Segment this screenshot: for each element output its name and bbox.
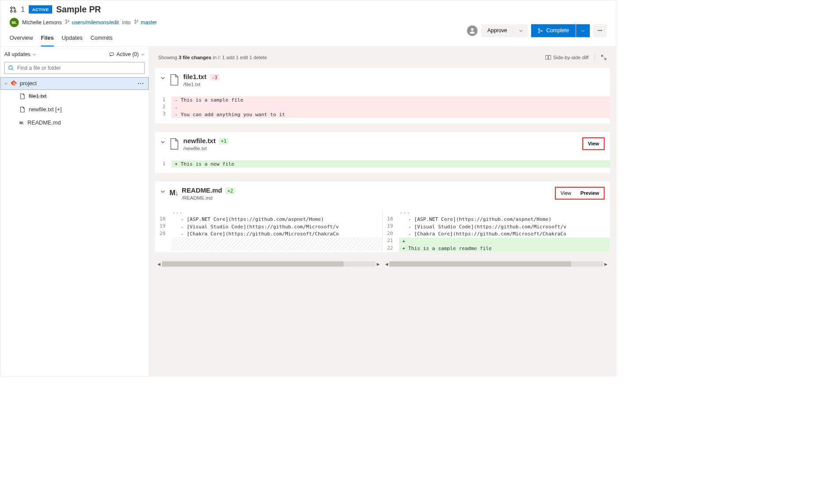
file-tree: project ··· file1.txt newfile.txt [+] M↓… bbox=[0, 77, 149, 129]
comments-filter[interactable]: Active (0) bbox=[109, 52, 145, 57]
svg-rect-16 bbox=[549, 55, 551, 59]
sidebar: All updates Active (0) project ··· fil bbox=[0, 47, 149, 376]
chevron-down-icon bbox=[4, 82, 8, 86]
search-box[interactable] bbox=[4, 62, 145, 74]
svg-point-12 bbox=[541, 30, 542, 32]
change-badge: -3 bbox=[210, 74, 219, 80]
git-icon bbox=[11, 80, 17, 87]
diff-mode-toggle[interactable]: Side-by-side diff bbox=[545, 55, 588, 61]
main-content: Showing 3 file changes in /: 1 add 1 edi… bbox=[149, 47, 616, 376]
approve-dropdown[interactable] bbox=[514, 24, 527, 38]
source-branch[interactable]: users/milemons/edit bbox=[65, 19, 119, 25]
view-button[interactable]: View bbox=[583, 138, 603, 149]
split-diff: ··· 18 - [ASP.NET Core](https://github.c… bbox=[155, 210, 610, 252]
tree-item-file1[interactable]: file1.txt bbox=[0, 90, 149, 103]
horizontal-scrollbar[interactable]: ◀ ▶ ◀ ▶ bbox=[155, 261, 610, 267]
search-icon bbox=[8, 65, 14, 71]
branch-icon bbox=[65, 19, 71, 25]
file-icon bbox=[169, 74, 179, 86]
preview-button[interactable]: Preview bbox=[576, 188, 603, 199]
svg-rect-13 bbox=[110, 53, 114, 56]
branch-icon bbox=[134, 19, 140, 25]
file-path: /README.md bbox=[182, 195, 551, 201]
markdown-icon: M↓ bbox=[19, 121, 24, 125]
pr-number: 1 bbox=[21, 5, 25, 14]
file-name[interactable]: README.md bbox=[182, 187, 222, 194]
pr-icon bbox=[10, 6, 17, 13]
file-path: /newfile.txt bbox=[183, 145, 578, 151]
svg-point-7 bbox=[134, 23, 136, 24]
complete-button[interactable]: Complete bbox=[531, 24, 575, 38]
collapse-button[interactable] bbox=[160, 73, 165, 80]
tree-item-readme[interactable]: M↓ README.md bbox=[0, 116, 149, 129]
highlighted-annotation: View bbox=[582, 137, 605, 150]
diff-body: 1- This is a sample file 2- 3- You can a… bbox=[155, 96, 610, 118]
svg-point-11 bbox=[539, 32, 540, 33]
collapse-button[interactable] bbox=[160, 137, 165, 144]
complete-dropdown[interactable] bbox=[576, 24, 590, 38]
scroll-right-icon[interactable]: ▶ bbox=[375, 261, 381, 266]
file-card: file1.txt -3 /file1.txt 1- This is a sam… bbox=[155, 68, 610, 123]
highlighted-annotation: View Preview bbox=[555, 187, 605, 200]
reviewer-avatar[interactable] bbox=[467, 26, 477, 36]
pr-title: Sample PR bbox=[56, 4, 101, 15]
svg-point-3 bbox=[66, 20, 67, 21]
fullscreen-button[interactable] bbox=[601, 54, 607, 60]
file-icon bbox=[169, 138, 179, 150]
file-name[interactable]: file1.txt bbox=[183, 73, 206, 81]
svg-point-5 bbox=[68, 20, 69, 22]
more-actions-button[interactable]: ··· bbox=[593, 24, 607, 38]
complete-button-split: Complete bbox=[531, 24, 590, 38]
file-name[interactable]: newfile.txt bbox=[183, 137, 216, 145]
target-branch[interactable]: master bbox=[134, 19, 157, 25]
svg-point-6 bbox=[134, 20, 136, 21]
expand-icon[interactable]: ··· bbox=[155, 210, 382, 216]
collapse-button[interactable] bbox=[160, 187, 165, 194]
expand-icon[interactable]: ··· bbox=[382, 210, 610, 216]
markdown-icon: M↓ bbox=[169, 189, 178, 197]
status-badge: ACTIVE bbox=[29, 5, 52, 14]
svg-point-4 bbox=[66, 23, 67, 24]
scroll-left-icon[interactable]: ◀ bbox=[156, 261, 162, 266]
file-icon bbox=[19, 93, 25, 99]
pr-header: 1 ACTIVE Sample PR ML Michelle Lemons us… bbox=[0, 0, 616, 31]
svg-point-1 bbox=[11, 10, 12, 12]
merge-icon bbox=[538, 28, 543, 33]
file-card: M↓ README.md +2 /README.md View Preview … bbox=[155, 182, 610, 252]
tree-item-newfile[interactable]: newfile.txt [+] bbox=[0, 103, 149, 116]
view-button[interactable]: View bbox=[556, 188, 576, 199]
changes-summary: Showing 3 file changes in /: 1 add 1 edi… bbox=[158, 55, 267, 61]
svg-point-8 bbox=[137, 20, 138, 22]
tab-commits[interactable]: Commits bbox=[91, 31, 113, 46]
change-badge: +2 bbox=[225, 187, 235, 194]
approve-button-split: Approve bbox=[481, 24, 528, 38]
tab-overview[interactable]: Overview bbox=[10, 31, 33, 46]
file-icon bbox=[19, 106, 25, 112]
diff-body: 1+ This is a new file bbox=[155, 160, 610, 167]
file-path: /file1.txt bbox=[183, 82, 605, 87]
side-by-side-icon bbox=[545, 55, 551, 60]
svg-point-0 bbox=[11, 7, 12, 8]
tree-more-button[interactable]: ··· bbox=[138, 80, 144, 87]
updates-filter[interactable]: All updates bbox=[4, 52, 37, 57]
into-label: into bbox=[122, 19, 130, 25]
svg-point-9 bbox=[471, 28, 474, 31]
tab-files[interactable]: Files bbox=[41, 31, 54, 46]
author-name[interactable]: Michelle Lemons bbox=[22, 19, 62, 25]
approve-button[interactable]: Approve bbox=[481, 24, 513, 38]
author-avatar[interactable]: ML bbox=[10, 18, 19, 27]
change-badge: +1 bbox=[219, 138, 229, 144]
svg-point-2 bbox=[14, 10, 16, 12]
tree-root[interactable]: project ··· bbox=[0, 77, 149, 90]
svg-point-14 bbox=[9, 66, 12, 69]
scroll-left-icon[interactable]: ◀ bbox=[384, 261, 390, 266]
tab-updates[interactable]: Updates bbox=[61, 31, 82, 46]
scroll-right-icon[interactable]: ▶ bbox=[603, 261, 609, 266]
file-card: newfile.txt +1 /newfile.txt View 1+ This… bbox=[155, 132, 610, 173]
search-input[interactable] bbox=[17, 65, 141, 71]
svg-point-10 bbox=[539, 28, 540, 30]
svg-rect-15 bbox=[546, 55, 548, 59]
